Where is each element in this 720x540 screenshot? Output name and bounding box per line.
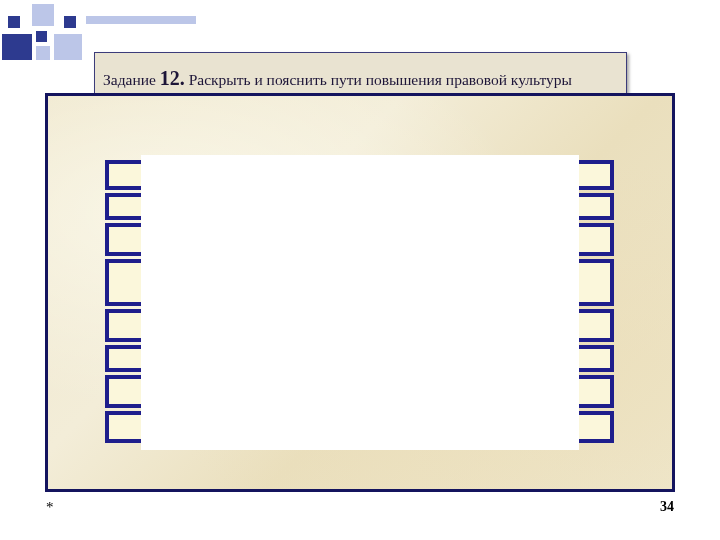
svg-rect-6 <box>54 34 82 60</box>
task-rest: Раскрыть и пояснить пути повышения право… <box>185 71 572 88</box>
svg-rect-7 <box>86 16 196 24</box>
svg-rect-2 <box>64 16 76 28</box>
task-title: Задание 12. Раскрыть и пояснить пути пов… <box>103 67 572 90</box>
white-overlay <box>141 155 579 450</box>
task-number: 12. <box>160 67 185 89</box>
footer-date-placeholder: * <box>46 499 54 516</box>
svg-rect-1 <box>32 4 54 26</box>
corner-logo <box>0 0 200 60</box>
svg-rect-3 <box>2 34 32 60</box>
page-number: 34 <box>660 499 674 515</box>
task-prefix: Задание <box>103 71 160 88</box>
svg-rect-4 <box>36 31 47 42</box>
svg-rect-0 <box>8 16 20 28</box>
svg-rect-5 <box>36 46 50 60</box>
